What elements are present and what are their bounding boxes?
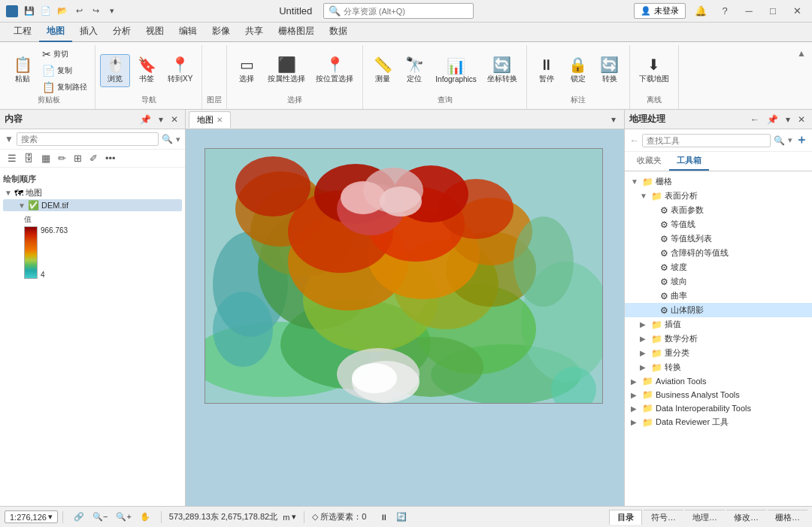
tree-item-contour-list[interactable]: ▶ ⚙ 等值线列表 <box>625 232 812 246</box>
coord-dropdown[interactable]: ▾ <box>292 512 296 522</box>
close-panel-btn[interactable]: ✕ <box>168 114 180 126</box>
zoom-out-btn[interactable]: 🔍− <box>89 511 111 522</box>
tree-item-curvature[interactable]: ▶ ⚙ 曲率 <box>625 289 812 303</box>
tree-item-aspect[interactable]: ▶ ⚙ 坡向 <box>625 274 812 289</box>
tab-gongxiang[interactable]: 共享 <box>238 22 271 42</box>
select-by-attr-btn[interactable]: ⬛ 按属性选择 <box>263 55 310 86</box>
tree-item-surface-param[interactable]: ▶ ⚙ 表面参数 <box>625 203 812 217</box>
tab-shitu[interactable]: 视图 <box>138 22 171 42</box>
db-view-btn[interactable]: 🗄 <box>21 151 37 165</box>
panel-menu-btn[interactable]: ▾ <box>156 114 165 126</box>
map-tab[interactable]: 地图 ✕ <box>189 111 231 128</box>
tab-fenxi[interactable]: 分析 <box>105 22 138 42</box>
undo-btn[interactable]: ↩ <box>72 5 86 18</box>
map-layer-item[interactable]: ▼ 🗺 地图 <box>3 186 182 199</box>
locate-btn[interactable]: 🔭 定位 <box>399 55 429 86</box>
help-btn[interactable]: ? <box>716 2 734 20</box>
geo-add-btn[interactable]: ＋ <box>795 132 807 148</box>
global-search[interactable]: 🔍 <box>323 3 474 19</box>
close-btn[interactable]: ✕ <box>788 2 806 20</box>
tab-favorites[interactable]: 收藏夹 <box>629 152 669 171</box>
pause-btn[interactable]: ⏸ 暂停 <box>532 55 562 86</box>
more-btn[interactable]: ▾ <box>105 5 119 18</box>
auto-hide-btn[interactable]: 📌 <box>138 114 153 126</box>
tab-bianji[interactable]: 编辑 <box>171 22 205 42</box>
edit-btn[interactable]: ✏ <box>55 151 69 165</box>
map-tab-close[interactable]: ✕ <box>217 116 223 124</box>
pause-btn[interactable]: ⏸ <box>377 512 391 522</box>
copy-path-btn[interactable]: 📋 复制路径 <box>39 80 90 95</box>
tree-item-convert[interactable]: ▶ 📁 转换 <box>625 360 812 374</box>
draw-btn[interactable]: ✐ <box>86 151 101 165</box>
paste-btn[interactable]: 📋 粘贴 <box>8 55 38 86</box>
redo-btn[interactable]: ↪ <box>89 5 102 18</box>
user-button[interactable]: 👤 未登录 <box>634 3 686 19</box>
tab-modify[interactable]: 修改… <box>726 510 766 525</box>
minimize-btn[interactable]: ─ <box>740 2 758 20</box>
geo-pin-btn[interactable]: 📌 <box>765 114 780 126</box>
tab-gongcheng[interactable]: 工程 <box>6 22 39 42</box>
convert-btn[interactable]: 🔄 转换 <box>595 55 625 86</box>
geo-back-btn[interactable]: ← <box>748 114 762 126</box>
search-options-btn[interactable]: ▾ <box>176 135 180 144</box>
search-input[interactable] <box>344 7 456 16</box>
coord-convert-btn[interactable]: 🔄 坐标转换 <box>483 55 522 86</box>
tree-item-aviation[interactable]: ▶ 📁 Aviation Tools <box>625 374 812 388</box>
zoom-in-btn[interactable]: 🔍+ <box>113 511 134 522</box>
measure-btn[interactable]: 📏 测量 <box>368 55 398 86</box>
new-btn[interactable]: 📄 <box>39 5 53 18</box>
goto-xy-btn[interactable]: 📍 转到XY <box>163 55 197 86</box>
map-view[interactable] <box>186 129 624 506</box>
filter-btn[interactable]: ▦ <box>38 151 53 165</box>
cut-btn[interactable]: ✂ 剪切 <box>39 47 90 62</box>
tab-geo[interactable]: 地理… <box>685 510 725 525</box>
bookmark-btn[interactable]: 🔖 书签 <box>132 55 162 86</box>
tab-toolbox[interactable]: 工具箱 <box>669 152 709 171</box>
list-view-btn[interactable]: ☰ <box>5 151 20 165</box>
tab-charu[interactable]: 插入 <box>72 22 105 42</box>
tree-item-surface[interactable]: ▼ 📁 表面分析 <box>625 189 812 203</box>
tree-item-business[interactable]: ▶ 📁 Business Analyst Tools <box>625 388 812 401</box>
tree-item-interop[interactable]: ▶ 📁 Data Interoperability Tools <box>625 401 812 415</box>
ribbon-collapse-btn[interactable]: ▲ <box>794 45 809 109</box>
lock-btn[interactable]: 🔒 锁定 <box>563 55 593 86</box>
tree-item-reclassify[interactable]: ▶ 📁 重分类 <box>625 346 812 360</box>
select-btn[interactable]: ▭ 选择 <box>232 55 262 86</box>
add-layer-btn[interactable]: ⊞ <box>71 151 85 165</box>
pan-btn[interactable]: ✋ <box>137 511 153 522</box>
infographics-btn[interactable]: 📊 Infographics <box>431 56 480 86</box>
tree-item-reviewer[interactable]: ▶ 📁 Data Reviewer 工具 <box>625 415 812 429</box>
geo-search-icon[interactable]: 🔍 <box>774 135 785 146</box>
tab-shagejiceng[interactable]: 栅格图层 <box>271 22 322 42</box>
tab-ditu[interactable]: 地图 <box>39 22 72 42</box>
tree-item-contour[interactable]: ▶ ⚙ 等值线 <box>625 217 812 232</box>
copy-btn[interactable]: 📄 复制 <box>39 63 90 78</box>
geo-search-back[interactable]: ← <box>629 135 639 146</box>
tree-item-math[interactable]: ▶ 📁 数学分析 <box>625 332 812 346</box>
open-btn[interactable]: 📂 <box>56 5 69 18</box>
select-by-loc-btn[interactable]: 📍 按位置选择 <box>311 55 358 86</box>
tree-item-slope[interactable]: ▶ ⚙ 坡度 <box>625 260 812 274</box>
tree-item-contour-barrier[interactable]: ▶ ⚙ 含障碍的等值线 <box>625 246 812 260</box>
notification-btn[interactable]: 🔔 <box>692 2 710 20</box>
geo-menu-btn[interactable]: ▾ <box>783 114 792 126</box>
tab-symbol[interactable]: 符号… <box>644 510 683 525</box>
save-btn[interactable]: 💾 <box>23 5 36 18</box>
browse-btn[interactable]: 🖱️ 浏览 <box>100 54 130 87</box>
maximize-btn[interactable]: □ <box>764 2 782 20</box>
scale-selector[interactable]: 1:276,126 ▾ <box>5 510 58 523</box>
contents-search-input[interactable] <box>17 132 159 146</box>
tab-raster[interactable]: 栅格… <box>768 510 807 525</box>
geo-close-btn[interactable]: ✕ <box>795 114 807 126</box>
fixed-scale-btn[interactable]: 🔗 <box>71 511 87 522</box>
more-options-btn[interactable]: ••• <box>102 151 119 165</box>
refresh-btn[interactable]: 🔄 <box>393 511 410 522</box>
tree-item-interpolation[interactable]: ▶ 📁 插值 <box>625 317 812 332</box>
tab-shuju[interactable]: 数据 <box>322 22 355 42</box>
map-tab-dropdown[interactable]: ▾ <box>606 112 621 127</box>
download-map-btn[interactable]: ⬇ 下载地图 <box>635 55 674 86</box>
dem-layer-item[interactable]: ▼ ✅ DEM.tif <box>3 199 182 211</box>
tree-item-hillshade[interactable]: ▶ ⚙ 山体阴影 <box>625 303 812 317</box>
tab-yingxiang[interactable]: 影像 <box>205 22 238 42</box>
tree-item-raster[interactable]: ▼ 📁 栅格 <box>625 174 812 189</box>
